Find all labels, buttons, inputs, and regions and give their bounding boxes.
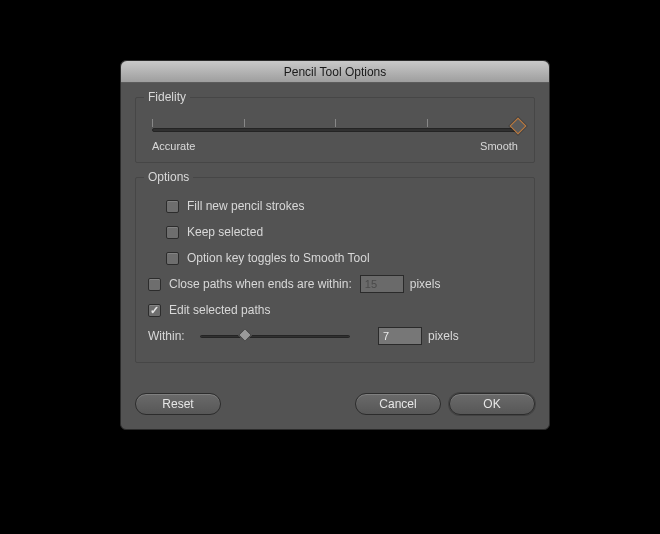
close-paths-label: Close paths when ends are within:: [169, 277, 352, 291]
cancel-button[interactable]: Cancel: [355, 393, 441, 415]
fidelity-group: Fidelity Accurate Smooth: [135, 97, 535, 163]
options-legend: Options: [144, 170, 193, 184]
keep-selected-checkbox[interactable]: [166, 226, 179, 239]
option-key-checkbox[interactable]: [166, 252, 179, 265]
option-key-label: Option key toggles to Smooth Tool: [187, 251, 370, 265]
close-paths-unit: pixels: [410, 277, 441, 291]
within-slider[interactable]: [200, 328, 350, 344]
close-paths-checkbox[interactable]: [148, 278, 161, 291]
within-unit: pixels: [428, 329, 459, 343]
within-label: Within:: [148, 329, 200, 343]
fidelity-smooth-label: Smooth: [480, 140, 518, 152]
edit-paths-checkbox[interactable]: [148, 304, 161, 317]
fidelity-legend: Fidelity: [144, 90, 190, 104]
close-paths-input: [360, 275, 404, 293]
reset-button[interactable]: Reset: [135, 393, 221, 415]
fidelity-slider[interactable]: [152, 116, 518, 134]
ok-button[interactable]: OK: [449, 393, 535, 415]
pencil-tool-options-dialog: Pencil Tool Options Fidelity Accur: [120, 60, 550, 430]
dialog-title: Pencil Tool Options: [121, 61, 549, 83]
fill-new-label: Fill new pencil strokes: [187, 199, 304, 213]
within-input[interactable]: [378, 327, 422, 345]
within-slider-handle[interactable]: [238, 328, 252, 342]
options-group: Options Fill new pencil strokes Keep sel…: [135, 177, 535, 363]
fill-new-checkbox[interactable]: [166, 200, 179, 213]
keep-selected-label: Keep selected: [187, 225, 263, 239]
edit-paths-label: Edit selected paths: [169, 303, 270, 317]
fidelity-accurate-label: Accurate: [152, 140, 195, 152]
